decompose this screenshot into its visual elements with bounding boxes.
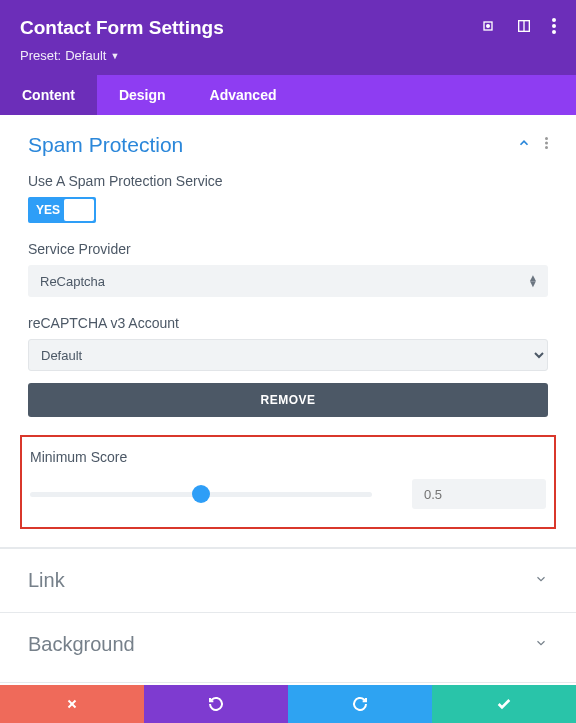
link-title: Link xyxy=(28,569,65,592)
min-score-slider[interactable] xyxy=(30,492,372,497)
svg-point-8 xyxy=(545,142,548,145)
min-score-highlight: Minimum Score xyxy=(20,435,556,529)
responsive-icon[interactable] xyxy=(480,18,496,38)
svg-point-5 xyxy=(552,24,556,28)
min-score-input[interactable] xyxy=(412,479,546,509)
preset-selector[interactable]: Preset: Default ▼ xyxy=(20,42,556,75)
slider-thumb[interactable] xyxy=(192,485,210,503)
remove-button[interactable]: REMOVE xyxy=(28,383,548,417)
close-button[interactable] xyxy=(0,685,144,723)
tab-bar: Content Design Advanced xyxy=(0,75,576,115)
caret-down-icon: ▼ xyxy=(110,51,119,61)
content-panel: Spam Protection Use A Spam Protection Se… xyxy=(0,115,576,683)
footer-bar xyxy=(0,685,576,723)
check-icon xyxy=(496,696,512,712)
use-service-toggle[interactable]: YES xyxy=(28,197,96,223)
hover-icon[interactable] xyxy=(516,18,532,38)
tab-advanced[interactable]: Advanced xyxy=(188,75,299,115)
background-title: Background xyxy=(28,633,135,656)
account-select[interactable]: Default xyxy=(28,339,548,371)
min-score-label: Minimum Score xyxy=(30,449,546,465)
preset-value: Default xyxy=(65,48,106,63)
close-icon xyxy=(66,698,78,710)
provider-select[interactable] xyxy=(28,265,548,297)
svg-point-1 xyxy=(487,25,490,28)
spam-section-head: Spam Protection xyxy=(0,115,576,165)
redo-button[interactable] xyxy=(288,685,432,723)
more-menu-icon[interactable] xyxy=(552,18,556,38)
preset-label: Preset: xyxy=(20,48,61,63)
section-more-icon[interactable] xyxy=(545,136,548,154)
chevron-down-icon xyxy=(534,636,548,654)
spam-section-title: Spam Protection xyxy=(28,133,183,157)
use-service-label: Use A Spam Protection Service xyxy=(28,173,548,189)
svg-point-4 xyxy=(552,18,556,22)
toggle-knob xyxy=(64,199,94,221)
undo-button[interactable] xyxy=(144,685,288,723)
provider-label: Service Provider xyxy=(28,241,548,257)
toggle-on-text: YES xyxy=(28,203,60,217)
link-section[interactable]: Link xyxy=(0,548,576,612)
undo-icon xyxy=(208,696,224,712)
tab-content[interactable]: Content xyxy=(0,75,97,115)
page-title: Contact Form Settings xyxy=(20,17,224,39)
svg-point-7 xyxy=(545,137,548,140)
svg-point-6 xyxy=(552,30,556,34)
svg-point-9 xyxy=(545,146,548,149)
account-label: reCAPTCHA v3 Account xyxy=(28,315,548,331)
settings-header: Contact Form Settings Preset: Default ▼ xyxy=(0,0,576,75)
chevron-down-icon xyxy=(534,572,548,590)
divider xyxy=(0,682,576,683)
save-button[interactable] xyxy=(432,685,576,723)
background-section[interactable]: Background xyxy=(0,612,576,676)
redo-icon xyxy=(352,696,368,712)
collapse-icon[interactable] xyxy=(517,136,531,154)
tab-design[interactable]: Design xyxy=(97,75,188,115)
